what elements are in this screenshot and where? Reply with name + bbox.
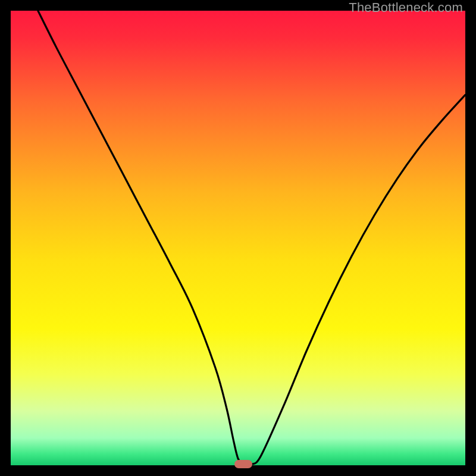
chart-gradient-bg (11, 11, 465, 465)
chart-plot (11, 11, 465, 465)
chart-frame (11, 11, 465, 465)
optimal-marker (234, 460, 252, 468)
watermark-text: TheBottleneck.com (349, 0, 463, 15)
